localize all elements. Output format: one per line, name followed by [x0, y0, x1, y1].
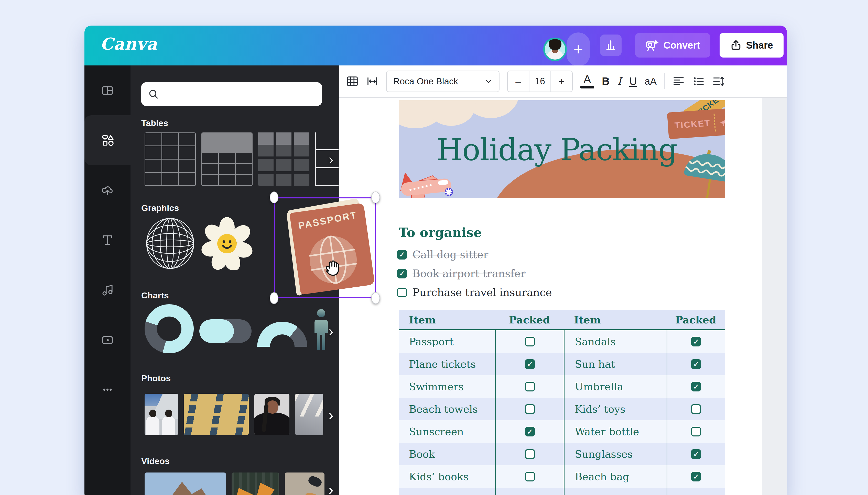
- sidebar-item-videos[interactable]: [84, 315, 131, 364]
- selection-handle-top-right[interactable]: [371, 191, 380, 203]
- document-page[interactable]: TICKET TICKET: [339, 98, 787, 495]
- photo-thumbnail[interactable]: [295, 394, 323, 435]
- organise-heading[interactable]: To organise: [399, 225, 482, 240]
- item-cell[interactable]: Book: [399, 443, 495, 465]
- item-cell[interactable]: Kids’ books: [399, 465, 495, 488]
- item-cell[interactable]: Beach bag: [564, 465, 667, 488]
- packed-checkbox[interactable]: [691, 449, 701, 459]
- tables-scroll-chevron[interactable]: ›: [329, 152, 333, 167]
- item-cell[interactable]: Umbrella: [564, 375, 667, 398]
- table-template-thumbnail[interactable]: [258, 133, 309, 186]
- item-cell[interactable]: Plane tickets: [399, 353, 495, 375]
- bold-button[interactable]: B: [602, 76, 609, 87]
- table-template-thumbnail[interactable]: [201, 133, 252, 186]
- font-size-decrease-button[interactable]: –: [508, 71, 529, 91]
- document-title[interactable]: Holiday Packing: [399, 132, 715, 167]
- bar-chart-icon: [604, 39, 618, 52]
- sidebar-item-elements[interactable]: [84, 115, 131, 165]
- charts-scroll-chevron[interactable]: ›: [329, 324, 333, 339]
- table-template-thumbnail[interactable]: [315, 133, 339, 186]
- checklist-checkbox[interactable]: [397, 250, 407, 259]
- checklist-label[interactable]: Book airport transfer: [412, 268, 526, 280]
- video-thumbnail[interactable]: [232, 473, 279, 495]
- scrollbar-track[interactable]: [762, 98, 787, 495]
- ticket-dashed-line: [714, 114, 716, 132]
- sidebar-item-more[interactable]: [84, 364, 131, 414]
- document-banner[interactable]: TICKET TICKET: [399, 100, 725, 198]
- packed-checkbox[interactable]: [691, 359, 701, 369]
- add-member-button[interactable]: +: [567, 33, 590, 66]
- search-input[interactable]: [164, 89, 315, 100]
- video-thumbnail[interactable]: [285, 473, 325, 495]
- packing-table[interactable]: Item Packed Item Packed Passport Sandals…: [399, 310, 725, 495]
- font-name: Roca One Black: [393, 76, 458, 86]
- packed-checkbox[interactable]: [691, 382, 701, 391]
- packed-checkbox[interactable]: [525, 404, 535, 414]
- search-box[interactable]: [141, 82, 322, 106]
- text-case-button[interactable]: aA: [644, 76, 656, 86]
- selection-handle-bottom-left[interactable]: [270, 292, 278, 304]
- item-cell[interactable]: Sunscreen: [399, 420, 495, 443]
- canva-logo[interactable]: Canva: [100, 34, 158, 53]
- photo-thumbnail[interactable]: [184, 394, 249, 435]
- italic-button[interactable]: I: [617, 76, 622, 87]
- gauge-chart-element[interactable]: [257, 322, 307, 347]
- packed-checkbox[interactable]: [691, 472, 701, 481]
- sidebar-item-audio[interactable]: [84, 265, 131, 315]
- sidebar-item-text[interactable]: [84, 215, 131, 265]
- photo-thumbnail[interactable]: [255, 394, 290, 435]
- text-color-button[interactable]: A: [580, 74, 594, 88]
- item-cell[interactable]: Water bottle: [564, 420, 667, 443]
- wireframe-globe-graphic[interactable]: [145, 217, 196, 271]
- packed-checkbox[interactable]: [525, 337, 535, 346]
- item-cell[interactable]: Sunglasses: [564, 443, 667, 465]
- packed-checkbox[interactable]: [525, 382, 535, 391]
- item-cell[interactable]: Kids’ toys: [564, 398, 667, 420]
- sidebar-item-design[interactable]: [84, 66, 131, 115]
- progress-bar-element[interactable]: [199, 319, 251, 343]
- sidebar-item-uploads[interactable]: [84, 165, 131, 215]
- selection-handle-bottom-right[interactable]: [371, 292, 380, 304]
- text-align-button[interactable]: [672, 75, 685, 87]
- insights-button[interactable]: [600, 35, 622, 56]
- underline-button[interactable]: U: [629, 76, 637, 87]
- donut-chart-element[interactable]: [145, 304, 194, 353]
- line-spacing-button[interactable]: [713, 75, 725, 87]
- item-cell[interactable]: Swimmers: [399, 375, 495, 398]
- checklist-label[interactable]: Purchase travel insurance: [412, 286, 552, 298]
- table-grid-button[interactable]: [346, 75, 359, 87]
- photos-scroll-chevron[interactable]: ›: [329, 408, 333, 422]
- checklist-label[interactable]: Call dog sitter: [412, 249, 488, 261]
- item-cell[interactable]: Sun hat: [564, 353, 667, 375]
- checklist-checkbox[interactable]: [397, 269, 407, 278]
- photo-thumbnail[interactable]: [145, 394, 178, 435]
- item-cell[interactable]: Beach towels: [399, 398, 495, 420]
- grab-hand-cursor: [323, 258, 344, 281]
- daisy-flower-graphic[interactable]: [201, 217, 252, 271]
- font-size-increase-button[interactable]: +: [551, 71, 572, 91]
- item-cell[interactable]: Passport: [399, 330, 495, 353]
- packed-checkbox[interactable]: [691, 404, 701, 414]
- avatar[interactable]: [543, 38, 567, 61]
- packed-checkbox[interactable]: [691, 337, 701, 346]
- packed-checkbox[interactable]: [525, 427, 535, 437]
- checklist-checkbox[interactable]: [397, 288, 407, 297]
- selection-handle-top-left[interactable]: [270, 191, 278, 203]
- videos-scroll-chevron[interactable]: ›: [329, 482, 333, 495]
- table-template-thumbnail[interactable]: [145, 133, 196, 186]
- packed-checkbox[interactable]: [525, 449, 535, 459]
- item-cell[interactable]: Sandals: [564, 330, 667, 353]
- column-header: Item: [399, 310, 495, 329]
- font-family-select[interactable]: Roca One Black: [386, 71, 499, 92]
- convert-button[interactable]: Convert: [635, 33, 710, 57]
- column-width-button[interactable]: [366, 75, 378, 87]
- packed-checkbox[interactable]: [525, 359, 535, 369]
- pictogram-element[interactable]: [313, 309, 329, 354]
- bulleted-list-button[interactable]: [692, 75, 705, 87]
- share-button[interactable]: Share: [720, 33, 784, 57]
- column-header: Packed: [667, 310, 725, 329]
- font-size-value[interactable]: 16: [529, 71, 551, 91]
- packed-checkbox[interactable]: [525, 472, 535, 481]
- video-thumbnail[interactable]: [145, 473, 226, 495]
- packed-checkbox[interactable]: [691, 427, 701, 437]
